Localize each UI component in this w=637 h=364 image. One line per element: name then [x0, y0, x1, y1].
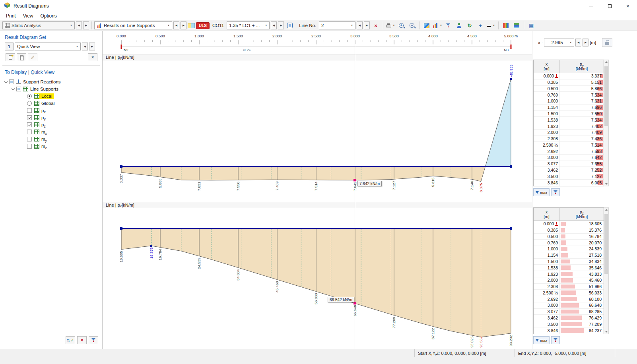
tree-item-mz[interactable]: mz — [0, 143, 102, 150]
color-scale-button[interactable] — [512, 21, 521, 30]
tree-item-local[interactable]: Local — [0, 93, 102, 100]
line-style-button[interactable]: ▬▼ — [486, 21, 496, 30]
table-row[interactable]: 3.50077.209 — [534, 321, 604, 327]
table-row[interactable]: 1.5007.550 — [534, 111, 604, 117]
prev-line-button[interactable]: ◀ — [357, 21, 363, 29]
copy-set-button[interactable] — [17, 53, 26, 61]
results-on-objects-button[interactable] — [454, 21, 464, 30]
scrollbar-thumb[interactable] — [604, 214, 608, 274]
prev-combination-button[interactable]: ◀ — [271, 21, 277, 29]
next-analysis-button[interactable]: ▶ — [83, 21, 89, 29]
table-row[interactable]: 1.92343.833 — [534, 271, 604, 277]
table-row[interactable]: 0.5005.866 — [534, 86, 604, 92]
table-row[interactable]: 1.9237.402 — [534, 123, 604, 130]
tree-item-label[interactable]: mx — [41, 130, 47, 134]
line-supports-checkbox[interactable] — [16, 87, 21, 91]
prev-set-button[interactable]: ◀ — [82, 43, 88, 50]
result-cursor-line[interactable] — [355, 31, 355, 349]
table-row[interactable]: 0.3855.151 — [534, 79, 604, 86]
sort-check-button[interactable]: ⇅✓ — [66, 336, 75, 344]
close-button[interactable]: × — [619, 0, 637, 12]
table-row[interactable]: 2.500 ½7.514 — [534, 142, 604, 148]
menu-view[interactable]: View — [19, 13, 37, 19]
filter-values-button[interactable] — [551, 188, 560, 196]
table-row[interactable]: 0.00018.605 — [534, 221, 604, 227]
table-row[interactable]: 1.50034.834 — [534, 259, 604, 265]
tree-item-label[interactable]: px — [41, 108, 46, 113]
table-row[interactable]: 2.500 ½56.033 — [534, 290, 604, 296]
table-row[interactable]: 2.69260.100 — [534, 296, 604, 302]
tree-item-py[interactable]: py — [0, 114, 102, 121]
checkbox-pz[interactable] — [27, 122, 32, 127]
table-row[interactable]: 2.6927.593 — [534, 148, 604, 155]
table-row[interactable]: 0.76920.070 — [534, 240, 604, 246]
table-row[interactable]: 1.1547.696 — [534, 105, 604, 111]
zoom-in-button[interactable]: + — [396, 21, 406, 30]
table-row[interactable]: 3.0777.655 — [534, 161, 604, 167]
table-row[interactable]: 2.00045.460 — [534, 277, 604, 284]
table-row[interactable]: 1.15427.518 — [534, 252, 604, 259]
refresh-button[interactable]: ↻ — [465, 21, 474, 30]
menu-options[interactable]: Options — [37, 13, 60, 19]
display-properties-button[interactable] — [501, 21, 511, 30]
scrollbar-thumb[interactable] — [604, 66, 608, 126]
tree-item-pz[interactable]: pz — [0, 121, 102, 128]
tree-item-global[interactable]: Global — [0, 100, 102, 107]
radio-global[interactable] — [27, 101, 32, 106]
table-scrollbar[interactable] — [604, 60, 609, 186]
tree-item-px[interactable]: px — [0, 107, 102, 114]
zoom-out-button[interactable]: − — [407, 21, 417, 30]
tree-item-label[interactable]: Local — [41, 94, 52, 99]
chart-values-button[interactable]: ▼ — [433, 21, 442, 30]
diagram-display-button[interactable] — [422, 21, 431, 30]
next-results-button[interactable]: ▶ — [181, 21, 186, 29]
prev-analysis-button[interactable]: ◀ — [76, 21, 82, 29]
pz-diagram[interactable]: 18.60515.37616.78424.53934.83445.46056.0… — [103, 208, 532, 349]
table-row[interactable]: 3.8466.005 — [534, 180, 604, 186]
checkbox-mz[interactable] — [27, 144, 32, 149]
diagram-set-combobox[interactable]: Quick View▼ — [15, 43, 81, 50]
filter-values-button[interactable] — [551, 336, 560, 344]
tree-item-label[interactable]: pz — [41, 122, 46, 127]
support-reactions-checkbox[interactable] — [9, 79, 14, 84]
x-decrement-button[interactable]: ◀ — [575, 39, 581, 46]
edit-set-button[interactable] — [28, 53, 37, 61]
tree-item-support-reactions[interactable]: Support Reactions — [0, 78, 102, 85]
control-panel-button[interactable]: ▦ — [526, 21, 536, 30]
table-row[interactable]: 1.5387.534 — [534, 117, 604, 123]
x-coordinate-combobox[interactable]: 2.995▼ — [544, 39, 574, 46]
table-row[interactable]: 3.5007.127 — [534, 173, 604, 180]
remove-line-button[interactable]: × — [371, 21, 381, 30]
line-no-combobox[interactable]: 2▼ — [319, 21, 355, 29]
table-row[interactable]: 3.84684.237 — [534, 327, 604, 334]
load-combination-combobox[interactable]: 1.35 * LC1 + ...▼ — [227, 21, 270, 29]
clear-selection-button[interactable]: × — [77, 336, 87, 344]
table-row[interactable]: 1.00024.539 — [534, 246, 604, 252]
tree-item-label[interactable]: Global — [41, 101, 54, 106]
table-row[interactable]: 3.07768.285 — [534, 309, 604, 315]
tree-item-line-supports[interactable]: Line Supports — [0, 85, 102, 93]
table-row[interactable]: 0.38515.376 — [534, 227, 604, 234]
collapse-icon[interactable] — [12, 87, 15, 90]
filter-results-button[interactable] — [443, 21, 453, 30]
show-max-button[interactable]: max — [533, 188, 550, 196]
table-row[interactable]: 1.0007.631 — [534, 98, 604, 105]
analysis-type-combobox[interactable]: Static Analysis▼ — [2, 21, 75, 29]
table-row[interactable]: 3.00066.648 — [534, 302, 604, 309]
next-set-button[interactable]: ▶ — [89, 43, 95, 50]
print-button[interactable]: ▼ — [386, 21, 395, 30]
table-row[interactable]: 1.53835.646 — [534, 265, 604, 271]
checkbox-px[interactable] — [27, 108, 32, 113]
tree-item-mx[interactable]: mx — [0, 128, 102, 136]
delete-set-button[interactable]: × — [88, 53, 97, 61]
results-type-combobox[interactable]: Results on Line Supports▼ — [94, 21, 172, 29]
minimize-button[interactable] — [582, 0, 600, 12]
table-row[interactable]: 0.0003.337 — [534, 73, 604, 79]
position-ruler[interactable]: 0.0000.5001.0001.5002.0002.5003.0003.500… — [103, 31, 532, 54]
tree-item-label[interactable]: py — [41, 115, 46, 120]
table-row[interactable]: 2.0007.409 — [534, 130, 604, 136]
table-row[interactable]: 3.46276.429 — [534, 315, 604, 321]
table-row[interactable]: 2.30851.966 — [534, 284, 604, 290]
maximize-button[interactable] — [600, 0, 619, 12]
table-row[interactable]: 0.50016.784 — [534, 234, 604, 240]
